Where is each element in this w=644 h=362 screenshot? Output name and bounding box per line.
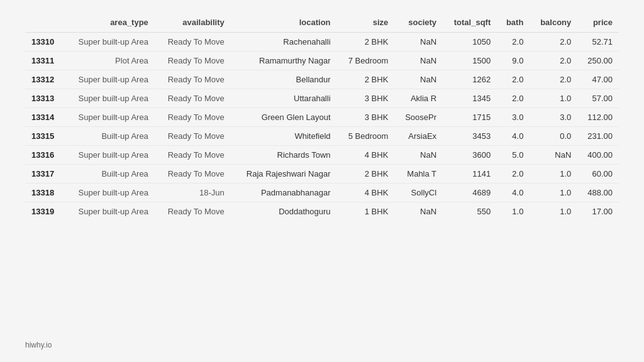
column-header-total_sqft: total_sqft (443, 13, 497, 33)
cell-availability: Ready To Move (155, 52, 231, 70)
table-row: 13319Super built-up AreaReady To MoveDod… (25, 202, 619, 221)
cell-size: 5 Bedroom (337, 127, 395, 146)
cell-size: 4 BHK (337, 146, 395, 165)
cell-balcony: 0.0 (530, 127, 577, 146)
cell-society: SoosePr (394, 108, 443, 127)
cell-society: ArsiaEx (394, 127, 443, 146)
cell-location: Padmanabhanagar (231, 184, 337, 202)
column-header-location: location (231, 13, 337, 33)
table-row: 13314Super built-up AreaReady To MoveGre… (25, 108, 619, 127)
cell-area_type: Super built-up Area (64, 184, 155, 202)
cell-availability: Ready To Move (155, 202, 231, 221)
table-row: 13318Super built-up Area18-JunPadmanabha… (25, 184, 619, 202)
footer-brand: hiwhy.io (25, 334, 619, 349)
cell-bath: 9.0 (497, 52, 530, 70)
table-row: 13317Built-up AreaReady To MoveRaja Raje… (25, 165, 619, 184)
cell-total_sqft: 3600 (443, 146, 497, 165)
cell-bath: 2.0 (497, 33, 530, 52)
cell-price: 57.00 (577, 89, 619, 108)
cell-price: 17.00 (577, 202, 619, 221)
cell-bath: 5.0 (497, 146, 530, 165)
cell-balcony: 1.0 (530, 184, 577, 202)
cell-area_type: Super built-up Area (64, 70, 155, 89)
cell-size: 2 BHK (337, 70, 395, 89)
cell-area_type: Super built-up Area (64, 146, 155, 165)
cell-society: NaN (394, 70, 443, 89)
cell-bath: 4.0 (497, 184, 530, 202)
cell-total_sqft: 1050 (443, 33, 497, 52)
cell-size: 3 BHK (337, 108, 395, 127)
cell-balcony: 1.0 (530, 165, 577, 184)
table-row: 13310Super built-up AreaReady To MoveRac… (25, 33, 619, 52)
cell-bath: 2.0 (497, 70, 530, 89)
cell-price: 400.00 (577, 146, 619, 165)
data-table: area_typeavailabilitylocationsizesociety… (25, 13, 619, 221)
cell-location: Richards Town (231, 146, 337, 165)
cell-total_sqft: 1262 (443, 70, 497, 89)
cell-availability: Ready To Move (155, 70, 231, 89)
cell-area_type: Built-up Area (64, 165, 155, 184)
cell-society: SollyCl (394, 184, 443, 202)
cell-total_sqft: 4689 (443, 184, 497, 202)
cell-bath: 3.0 (497, 108, 530, 127)
cell-location: Doddathoguru (231, 202, 337, 221)
cell-availability: Ready To Move (155, 165, 231, 184)
cell-size: 4 BHK (337, 184, 395, 202)
table-row: 13313Super built-up AreaReady To MoveUtt… (25, 89, 619, 108)
cell-availability: Ready To Move (155, 33, 231, 52)
cell-price: 231.00 (577, 127, 619, 146)
column-header-size: size (337, 13, 395, 33)
cell-society: NaN (394, 146, 443, 165)
cell-balcony: 3.0 (530, 108, 577, 127)
cell-society: NaN (394, 202, 443, 221)
cell-location: Bellandur (231, 70, 337, 89)
cell-total_sqft: 1715 (443, 108, 497, 127)
cell-area_type: Super built-up Area (64, 33, 155, 52)
cell-total_sqft: 3453 (443, 127, 497, 146)
cell-index: 13318 (25, 184, 64, 202)
cell-society: Aklia R (394, 89, 443, 108)
cell-size: 7 Bedroom (337, 52, 395, 70)
column-header-availability: availability (155, 13, 231, 33)
cell-size: 3 BHK (337, 89, 395, 108)
cell-size: 2 BHK (337, 165, 395, 184)
cell-index: 13312 (25, 70, 64, 89)
cell-index: 13317 (25, 165, 64, 184)
cell-balcony: 2.0 (530, 52, 577, 70)
cell-price: 250.00 (577, 52, 619, 70)
table-row: 13315Built-up AreaReady To MoveWhitefiel… (25, 127, 619, 146)
cell-availability: Ready To Move (155, 146, 231, 165)
cell-location: Whitefield (231, 127, 337, 146)
cell-size: 2 BHK (337, 33, 395, 52)
cell-total_sqft: 1345 (443, 89, 497, 108)
cell-total_sqft: 1500 (443, 52, 497, 70)
cell-society: NaN (394, 33, 443, 52)
cell-index: 13315 (25, 127, 64, 146)
cell-society: Mahla T (394, 165, 443, 184)
cell-availability: Ready To Move (155, 108, 231, 127)
cell-total_sqft: 1141 (443, 165, 497, 184)
cell-balcony: 2.0 (530, 33, 577, 52)
cell-index: 13313 (25, 89, 64, 108)
cell-bath: 4.0 (497, 127, 530, 146)
column-header-area_type: area_type (64, 13, 155, 33)
cell-price: 60.00 (577, 165, 619, 184)
cell-index: 13314 (25, 108, 64, 127)
column-header-index (25, 13, 64, 33)
cell-location: Green Glen Layout (231, 108, 337, 127)
column-header-balcony: balcony (530, 13, 577, 33)
cell-society: NaN (394, 52, 443, 70)
cell-price: 112.00 (577, 108, 619, 127)
cell-balcony: NaN (530, 146, 577, 165)
cell-balcony: 1.0 (530, 89, 577, 108)
cell-bath: 1.0 (497, 202, 530, 221)
table-row: 13312Super built-up AreaReady To MoveBel… (25, 70, 619, 89)
cell-index: 13310 (25, 33, 64, 52)
cell-price: 47.00 (577, 70, 619, 89)
cell-size: 1 BHK (337, 202, 395, 221)
table-row: 13311Plot AreaReady To MoveRamamurthy Na… (25, 52, 619, 70)
cell-area_type: Plot Area (64, 52, 155, 70)
cell-availability: 18-Jun (155, 184, 231, 202)
cell-bath: 2.0 (497, 89, 530, 108)
cell-balcony: 2.0 (530, 70, 577, 89)
